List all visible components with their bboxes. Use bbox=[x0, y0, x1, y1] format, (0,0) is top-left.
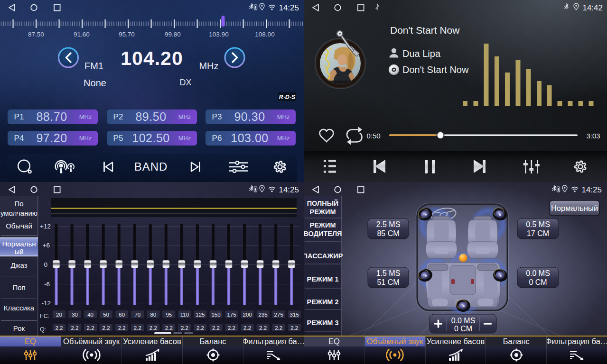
svg-text:2.2: 2.2 bbox=[134, 325, 141, 331]
svg-text:ПАССАЖИР: ПАССАЖИР bbox=[304, 252, 343, 260]
svg-text:0:50: 0:50 bbox=[366, 132, 380, 140]
svg-text:0: 0 bbox=[44, 261, 47, 268]
svg-text:0.5 MS: 0.5 MS bbox=[526, 220, 550, 228]
svg-text:+12: +12 bbox=[40, 223, 51, 230]
svg-text:200: 200 bbox=[243, 312, 252, 318]
svg-text:Рок: Рок bbox=[13, 324, 25, 332]
svg-text:17 CM: 17 CM bbox=[527, 229, 549, 237]
svg-text:2.2: 2.2 bbox=[259, 325, 267, 331]
svg-text:315: 315 bbox=[290, 312, 299, 318]
svg-text:None: None bbox=[84, 78, 106, 88]
svg-text:51 CM: 51 CM bbox=[377, 278, 399, 286]
svg-text:50: 50 bbox=[103, 312, 109, 318]
svg-text:30: 30 bbox=[72, 312, 78, 318]
svg-text:60: 60 bbox=[119, 312, 125, 318]
svg-text:-12: -12 bbox=[41, 300, 51, 307]
svg-text:MHz: MHz bbox=[199, 61, 218, 71]
svg-text:РЕЖИМ 3: РЕЖИМ 3 bbox=[307, 319, 338, 327]
svg-text:+6: +6 bbox=[43, 242, 50, 249]
svg-text:3:03: 3:03 bbox=[586, 132, 600, 140]
svg-text:0 CM: 0 CM bbox=[529, 278, 547, 286]
svg-text:91.60: 91.60 bbox=[74, 31, 90, 38]
svg-text:РЕЖИМ: РЕЖИМ bbox=[310, 208, 336, 216]
svg-text:2.2: 2.2 bbox=[103, 325, 110, 331]
svg-text:110: 110 bbox=[180, 312, 189, 318]
svg-text:РЕЖИМ 2: РЕЖИМ 2 bbox=[307, 298, 338, 306]
svg-text:2.2: 2.2 bbox=[56, 325, 63, 331]
svg-text:125: 125 bbox=[196, 312, 205, 318]
svg-text:2.2: 2.2 bbox=[165, 325, 173, 331]
svg-text:2.2: 2.2 bbox=[212, 325, 220, 331]
svg-text:BAND: BAND bbox=[134, 160, 168, 173]
svg-text:99.80: 99.80 bbox=[165, 31, 181, 38]
svg-text:20: 20 bbox=[56, 312, 62, 318]
svg-text:По: По bbox=[14, 200, 23, 208]
svg-text:Don't Start Now: Don't Start Now bbox=[390, 25, 460, 36]
svg-text:FC:: FC: bbox=[40, 313, 49, 319]
svg-text:0 CM: 0 CM bbox=[454, 325, 472, 333]
svg-text:104.20: 104.20 bbox=[121, 47, 183, 69]
svg-text:Поп: Поп bbox=[12, 283, 25, 291]
svg-text:70: 70 bbox=[134, 312, 140, 318]
svg-text:2.5 MS: 2.5 MS bbox=[376, 220, 401, 228]
svg-text:275: 275 bbox=[274, 312, 283, 318]
svg-text:108.00: 108.00 bbox=[255, 31, 274, 38]
svg-text:2.2: 2.2 bbox=[290, 325, 298, 331]
svg-text:2.2: 2.2 bbox=[181, 325, 188, 331]
svg-text:ый: ый bbox=[14, 247, 23, 255]
svg-text:85 CM: 85 CM bbox=[377, 229, 399, 237]
svg-text:14:42: 14:42 bbox=[582, 3, 603, 12]
svg-text:150: 150 bbox=[211, 312, 220, 318]
svg-text:2.2: 2.2 bbox=[228, 325, 235, 331]
svg-text:ВОДИТЕЛЯ: ВОДИТЕЛЯ bbox=[304, 230, 342, 237]
svg-text:R·D·S: R·D·S bbox=[279, 94, 296, 100]
svg-text:87.50: 87.50 bbox=[28, 31, 44, 38]
svg-text:2.2: 2.2 bbox=[275, 325, 282, 331]
svg-text:Нормальный: Нормальный bbox=[551, 204, 598, 212]
svg-text:2.2: 2.2 bbox=[87, 325, 94, 331]
svg-text:0.0 MS: 0.0 MS bbox=[451, 317, 476, 325]
svg-text:14:25: 14:25 bbox=[279, 3, 299, 12]
svg-text:2.2: 2.2 bbox=[149, 325, 157, 331]
svg-text:2.2: 2.2 bbox=[118, 325, 126, 331]
svg-text:14:25: 14:25 bbox=[279, 185, 299, 194]
svg-text:Джаз: Джаз bbox=[10, 261, 27, 269]
svg-text:2.2: 2.2 bbox=[71, 325, 79, 331]
svg-text:14:25: 14:25 bbox=[581, 185, 602, 194]
svg-text:Don't Start Now: Don't Start Now bbox=[402, 64, 469, 75]
svg-text:Q:: Q: bbox=[40, 326, 46, 333]
svg-text:Нормальн: Нормальн bbox=[2, 240, 36, 248]
svg-text:FM1: FM1 bbox=[84, 61, 103, 71]
svg-text:103.90: 103.90 bbox=[209, 31, 228, 38]
svg-text:Dua Lipa: Dua Lipa bbox=[402, 48, 441, 59]
svg-text:ПОЛНЫЙ: ПОЛНЫЙ bbox=[307, 199, 339, 207]
svg-text:95.70: 95.70 bbox=[119, 31, 135, 38]
svg-text:235: 235 bbox=[259, 312, 268, 318]
svg-text:DX: DX bbox=[179, 78, 191, 87]
svg-text:1.5 MS: 1.5 MS bbox=[376, 269, 401, 277]
svg-text:Обычай: Обычай bbox=[6, 222, 32, 230]
svg-text:2.2: 2.2 bbox=[243, 325, 251, 331]
svg-text:Классика: Классика bbox=[4, 304, 35, 312]
svg-text:80: 80 bbox=[150, 312, 156, 318]
svg-text:0.0 MS: 0.0 MS bbox=[526, 269, 550, 277]
svg-text:40: 40 bbox=[87, 312, 93, 318]
svg-text:2.2: 2.2 bbox=[196, 325, 204, 331]
svg-text:РЕЖИМ 1: РЕЖИМ 1 bbox=[307, 275, 338, 283]
svg-text:175: 175 bbox=[227, 312, 236, 318]
svg-text:РЕЖИМ: РЕЖИМ bbox=[310, 221, 336, 229]
svg-text:95: 95 bbox=[166, 312, 172, 318]
svg-text:-6: -6 bbox=[44, 281, 50, 288]
